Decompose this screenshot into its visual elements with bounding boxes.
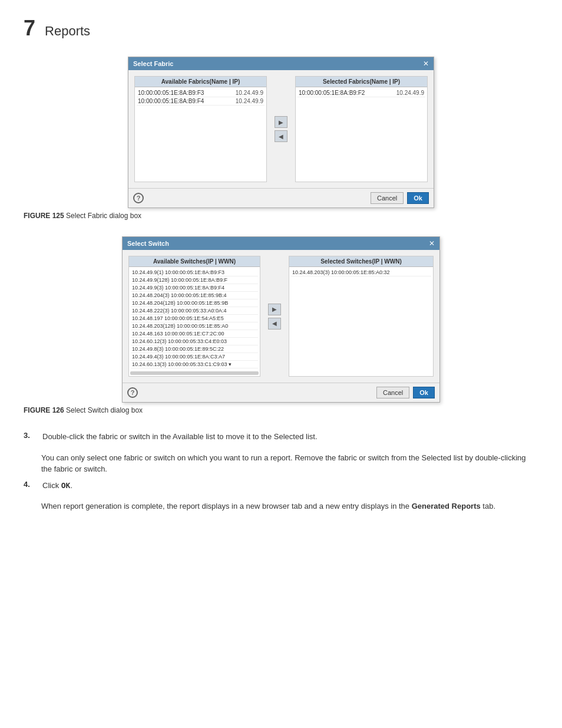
add-switch-button[interactable]: ▶ bbox=[268, 304, 281, 315]
panels-row-switch: Available Switches(IP | WWN) 10.24.49.9(… bbox=[128, 256, 434, 377]
dialog-titlebar-fabric: Select Fabric ✕ bbox=[128, 57, 434, 70]
figure-125-caption: FIGURE 125 Select Fabric dialog box bbox=[24, 212, 330, 220]
dialog-footer-fabric: ? Cancel Ok bbox=[128, 188, 434, 207]
figure-126-text: Select Switch dialog box bbox=[64, 406, 143, 414]
selected-fabric-name-1: 10:00:00:05:1E:8A:B9:F2 bbox=[299, 90, 383, 96]
switch-row-7[interactable]: 10.24.48.197 10:00:00:05:1E:54:A5:E5 bbox=[131, 315, 258, 322]
selected-fabric-ip-1: 10.24.49.9 bbox=[383, 90, 424, 96]
dialog-body-fabric: Available Fabrics(Name | IP) 10:00:00:05… bbox=[128, 70, 434, 188]
ok-button-switch[interactable]: Ok bbox=[413, 387, 435, 398]
step-4-num: 4. bbox=[24, 480, 35, 489]
add-fabric-button[interactable]: ▶ bbox=[275, 116, 287, 128]
help-icon-fabric[interactable]: ? bbox=[133, 193, 144, 203]
scrollbar-fabric[interactable] bbox=[130, 371, 259, 375]
remove-fabric-button[interactable]: ◀ bbox=[275, 130, 287, 142]
step-3-num: 3. bbox=[24, 431, 35, 440]
help-icon-switch[interactable]: ? bbox=[127, 387, 138, 398]
fabric-ip-1: 10.24.49.9 bbox=[222, 90, 263, 96]
switch-row-2[interactable]: 10.24.49.9(128) 10:00:00:05:1E:8A:B9:F bbox=[131, 276, 258, 284]
ok-button-fabric[interactable]: Ok bbox=[407, 192, 429, 204]
step-4-suffix: . bbox=[70, 481, 72, 490]
switch-row-12[interactable]: 10.24.49.4(3) 10:00:00:05:1E:8A:C3:A7 bbox=[131, 353, 258, 361]
figure-126-container: Select Switch ✕ Available Switches(IP | … bbox=[24, 236, 538, 414]
selected-switches-header: Selected Switches(IP | WWN) bbox=[289, 256, 433, 267]
step-4-body: Click OK. bbox=[42, 480, 538, 495]
switch-row-11[interactable]: 10.24.49.8(3) 10:00:00:05:1E:89:5C:22 bbox=[131, 345, 258, 353]
selected-switch-row-1[interactable]: 10.24.48.203(3) 10:00:00:05:1E:85:A0:32 bbox=[291, 269, 431, 276]
fabric-name-1: 10:00:00:05:1E:8A:B9:F3 bbox=[138, 90, 222, 96]
switch-row-8[interactable]: 10.24.48.203(128) 10:00:00:05:1E:85:A0 bbox=[131, 322, 258, 330]
step-4-note-suffix: tab. bbox=[481, 502, 495, 510]
available-switches-content: 10.24.49.9(1) 10:00:00:05:1E:8A:B9:F3 10… bbox=[129, 267, 260, 370]
figure-126-num: FIGURE 126 bbox=[24, 406, 64, 414]
figure-125-text: Select Fabric dialog box bbox=[64, 212, 141, 220]
step-4-text: Click OK. bbox=[42, 480, 538, 492]
switch-row-3[interactable]: 10.24.49.9(3) 10:00:00:05:1E:8A:B9:F4 bbox=[131, 284, 258, 292]
available-switches-header: Available Switches(IP | WWN) bbox=[129, 256, 260, 267]
footer-buttons-switch: Cancel Ok bbox=[376, 387, 435, 398]
arrows-col-switch: ▶ ◀ bbox=[265, 256, 284, 377]
switch-row-9[interactable]: 10.24.48.163 10:00:00:05:1E:C7:2C:00 bbox=[131, 330, 258, 338]
close-button-fabric[interactable]: ✕ bbox=[423, 60, 429, 68]
available-fabrics-header: Available Fabrics(Name | IP) bbox=[135, 77, 266, 87]
available-fabrics-content: 10:00:00:05:1E:8A:B9:F3 10.24.49.9 10:00… bbox=[135, 87, 266, 107]
switch-row-5[interactable]: 10.24.48.204(128) 10:00:00:05:1E:85:9B bbox=[131, 299, 258, 307]
remove-switch-button[interactable]: ◀ bbox=[268, 318, 281, 330]
page-header: 7 Reports bbox=[24, 18, 538, 39]
step-4-note-bold: Generated Reports bbox=[412, 502, 481, 510]
fabric-row-2[interactable]: 10:00:00:05:1E:8A:B9:F4 10.24.49.9 bbox=[137, 97, 265, 106]
selected-switches-content: 10.24.48.203(3) 10:00:00:05:1E:85:A0:32 bbox=[289, 267, 433, 278]
figure-126-caption: FIGURE 126 Select Switch dialog box bbox=[24, 406, 342, 414]
switch-row-10[interactable]: 10.24.60.12(3) 10:00:00:05:33:C4:E0:03 bbox=[131, 338, 258, 345]
cancel-button-fabric[interactable]: Cancel bbox=[371, 192, 404, 204]
selected-fabric-row-1[interactable]: 10:00:00:05:1E:8A:B9:F2 10.24.49.9 bbox=[297, 89, 425, 97]
step-4: 4. Click OK. bbox=[24, 480, 538, 495]
dialog-titlebar-switch: Select Switch ✕ bbox=[123, 237, 439, 250]
available-switches-panel: Available Switches(IP | WWN) 10.24.49.9(… bbox=[128, 256, 260, 377]
selected-fabrics-content: 10:00:00:05:1E:8A:B9:F2 10.24.49.9 bbox=[296, 87, 427, 99]
step-3-note: You can only select one fabric or switch… bbox=[41, 452, 538, 475]
step-3: 3. Double-click the fabric or switch in … bbox=[24, 431, 538, 446]
fabric-row-1[interactable]: 10:00:00:05:1E:8A:B9:F3 10.24.49.9 bbox=[137, 89, 265, 97]
dialog-title-fabric: Select Fabric bbox=[133, 60, 173, 67]
arrows-col-fabric: ▶ ◀ bbox=[272, 76, 290, 182]
selected-fabrics-header: Selected Fabrics(Name | IP) bbox=[296, 77, 427, 87]
selected-fabrics-panel: Selected Fabrics(Name | IP) 10:00:00:05:… bbox=[295, 76, 428, 182]
available-fabrics-panel: Available Fabrics(Name | IP) 10:00:00:05… bbox=[134, 76, 267, 182]
step-4-prefix: Click bbox=[42, 481, 61, 490]
steps-section: 3. Double-click the fabric or switch in … bbox=[24, 431, 538, 512]
select-switch-dialog: Select Switch ✕ Available Switches(IP | … bbox=[122, 236, 440, 403]
figure-125-num: FIGURE 125 bbox=[24, 212, 64, 220]
step-3-text: Double-click the fabric or switch in the… bbox=[42, 431, 538, 443]
dialog-footer-switch: ? Cancel Ok bbox=[123, 383, 439, 402]
dialog-title-switch: Select Switch bbox=[127, 240, 169, 247]
step-4-bold: OK bbox=[61, 481, 71, 490]
switch-row-4[interactable]: 10.24.48.204(3) 10:00:00:05:1E:85:9B:4 bbox=[131, 292, 258, 299]
panels-row-fabric: Available Fabrics(Name | IP) 10:00:00:05… bbox=[134, 76, 428, 182]
select-fabric-dialog: Select Fabric ✕ Available Fabrics(Name |… bbox=[128, 57, 434, 208]
switch-row-13[interactable]: 10.24.60.13(3) 10:00:00:05:33:C1:C9:03 ▾ bbox=[131, 361, 258, 368]
step-4-note: When report generation is complete, the … bbox=[41, 500, 538, 512]
dialog-body-switch: Available Switches(IP | WWN) 10.24.49.9(… bbox=[123, 250, 439, 383]
footer-buttons-fabric: Cancel Ok bbox=[371, 192, 429, 204]
figure-125-container: Select Fabric ✕ Available Fabrics(Name |… bbox=[24, 57, 538, 220]
step-3-body: Double-click the fabric or switch in the… bbox=[42, 431, 538, 446]
cancel-button-switch[interactable]: Cancel bbox=[376, 387, 409, 398]
chapter-title: Reports bbox=[45, 24, 90, 39]
chapter-number: 7 bbox=[24, 18, 35, 39]
switch-row-1[interactable]: 10.24.49.9(1) 10:00:00:05:1E:8A:B9:F3 bbox=[131, 269, 258, 276]
switch-row-6[interactable]: 10.24.48.222(3) 10:00:00:05:33:A0:0A:4 bbox=[131, 307, 258, 315]
close-button-switch[interactable]: ✕ bbox=[429, 239, 435, 248]
fabric-name-2: 10:00:00:05:1E:8A:B9:F4 bbox=[138, 98, 222, 104]
selected-switches-panel: Selected Switches(IP | WWN) 10.24.48.203… bbox=[289, 256, 434, 377]
fabric-ip-2: 10.24.49.9 bbox=[222, 98, 263, 104]
step-4-note-prefix: When report generation is complete, the … bbox=[41, 502, 412, 510]
